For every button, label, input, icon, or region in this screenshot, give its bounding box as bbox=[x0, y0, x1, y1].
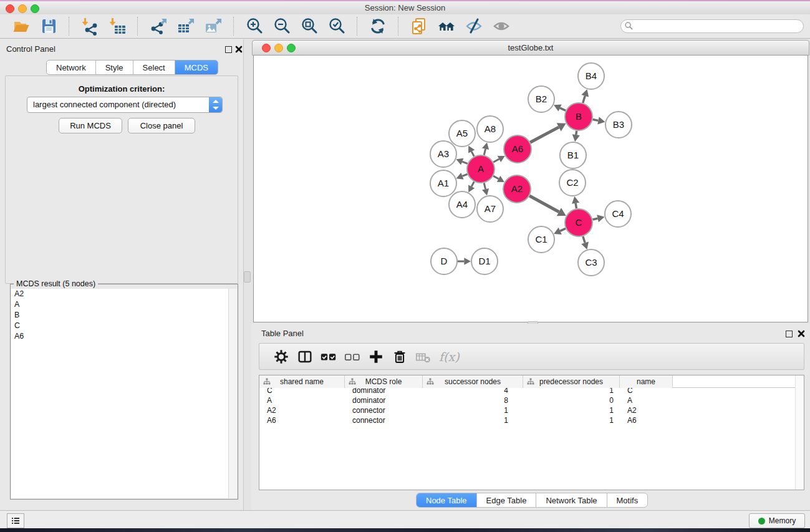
graph-edge-A-A8[interactable] bbox=[484, 149, 485, 155]
graph-node-label: B2 bbox=[536, 94, 547, 104]
table-cell: 1 bbox=[423, 416, 523, 425]
tab-edge-table[interactable]: Edge Table bbox=[477, 493, 537, 507]
graph-edge-A-A1[interactable] bbox=[462, 174, 467, 176]
node-table-scrollbar[interactable] bbox=[795, 375, 804, 490]
table-row[interactable]: Adominator80A bbox=[259, 395, 804, 405]
graph-edge-A-A4[interactable] bbox=[471, 181, 474, 186]
graph-node-label: C4 bbox=[612, 208, 624, 219]
close-table-panel-icon[interactable] bbox=[798, 330, 805, 337]
tab-network[interactable]: Network bbox=[47, 60, 96, 74]
graph-node-label: D bbox=[441, 256, 448, 266]
tab-node-table[interactable]: Node Table bbox=[417, 493, 477, 507]
graph-edge-C-C2[interactable] bbox=[576, 203, 576, 208]
graph-node-label: A3 bbox=[438, 148, 449, 159]
float-table-panel-icon[interactable] bbox=[786, 331, 793, 337]
network-canvas[interactable]: B4B2BB3A8A5A6A3B1AC2A1A2A4A7C4CC1C3DD1 bbox=[253, 55, 808, 322]
select-all-icon[interactable] bbox=[319, 347, 338, 366]
column-header-shared-name[interactable]: shared name bbox=[259, 375, 345, 388]
bird-eye-toggle-icon[interactable] bbox=[463, 16, 485, 36]
main-area: Control Panel NetworkStyleSelectMCDS Opt… bbox=[0, 39, 810, 510]
mcds-result-item[interactable]: A2 bbox=[11, 289, 228, 299]
graph-edge-A-A7[interactable] bbox=[484, 183, 485, 189]
float-panel-icon[interactable] bbox=[225, 46, 232, 53]
table-row[interactable]: A6connector11A6 bbox=[259, 415, 804, 425]
network-window-titlebar[interactable]: testGlobe.txt bbox=[252, 40, 809, 56]
graph-node-label: A6 bbox=[512, 143, 523, 154]
graph-edge-B-B1[interactable] bbox=[576, 131, 577, 135]
tab-motifs[interactable]: Motifs bbox=[607, 493, 648, 507]
run-mcds-button[interactable]: Run MCDS bbox=[59, 118, 122, 133]
column-header-predecessor-nodes[interactable]: predecessor nodes bbox=[523, 375, 620, 388]
zoom-out-icon[interactable] bbox=[271, 16, 292, 36]
graph-edge-A-A5[interactable] bbox=[471, 152, 474, 157]
column-header-label: name bbox=[637, 377, 655, 386]
tab-network-table[interactable]: Network Table bbox=[536, 493, 607, 507]
search-icon bbox=[625, 22, 633, 30]
tab-mcds[interactable]: MCDS bbox=[175, 60, 218, 74]
save-session-icon[interactable] bbox=[38, 16, 59, 36]
mcds-result-scrollbar[interactable] bbox=[228, 289, 237, 498]
toolbar-separator bbox=[398, 17, 399, 36]
zoom-in-icon[interactable] bbox=[244, 16, 265, 36]
graph-edge-C-C1[interactable] bbox=[560, 228, 566, 231]
table-panel: Table Panel bbox=[251, 324, 810, 510]
mcds-result-item[interactable]: B bbox=[11, 310, 228, 321]
table-cell: A bbox=[259, 396, 345, 405]
function-builder-icon: f(x) bbox=[439, 350, 460, 364]
optimization-criterion-select[interactable]: largest connected component (directed) bbox=[27, 97, 223, 113]
graph-edge-B-B3[interactable] bbox=[593, 120, 599, 121]
graph-node-label: D1 bbox=[478, 256, 490, 266]
column-header-MCDS-role[interactable]: MCDS role bbox=[345, 375, 423, 388]
graphics-details-icon[interactable] bbox=[491, 16, 512, 36]
attribute-tree-icon bbox=[263, 378, 271, 385]
deselect-all-icon[interactable] bbox=[343, 347, 362, 366]
export-network-icon[interactable] bbox=[148, 16, 169, 36]
apply-layout-icon[interactable] bbox=[367, 16, 388, 36]
zoom-fit-icon[interactable] bbox=[299, 16, 320, 36]
open-session-icon[interactable] bbox=[11, 16, 32, 36]
table-row[interactable]: A2connector11A2 bbox=[259, 405, 804, 415]
memory-button[interactable]: Memory bbox=[749, 513, 805, 528]
export-table-icon[interactable] bbox=[175, 16, 196, 36]
clone-network-icon[interactable] bbox=[408, 16, 430, 36]
mcds-result-item[interactable]: A bbox=[11, 299, 228, 310]
network-title: testGlobe.txt bbox=[253, 43, 809, 52]
tab-style[interactable]: Style bbox=[96, 60, 133, 74]
graph-edge-A2-C[interactable] bbox=[529, 196, 559, 212]
export-image-icon[interactable] bbox=[203, 16, 224, 36]
task-history-button[interactable] bbox=[7, 513, 24, 528]
network-view-window: testGlobe.txt B4B2BB3A8A5A6A3B1AC2A1A2A4… bbox=[251, 39, 810, 324]
search-input[interactable] bbox=[620, 19, 804, 33]
column-header-name[interactable]: name bbox=[620, 375, 673, 388]
import-network-icon[interactable] bbox=[79, 16, 100, 36]
table-cell: 1 bbox=[423, 406, 523, 415]
zoom-selected-icon[interactable] bbox=[326, 16, 347, 36]
panel-divider-handle[interactable] bbox=[244, 271, 251, 283]
graph-edge-C-C3[interactable] bbox=[583, 236, 585, 243]
graph-edge-A-A2[interactable] bbox=[493, 176, 498, 179]
table-cell: 1 bbox=[523, 406, 620, 415]
tab-select[interactable]: Select bbox=[133, 60, 175, 74]
mcds-result-list[interactable]: A2ABCA6 bbox=[11, 289, 228, 498]
split-view-icon[interactable] bbox=[296, 347, 314, 366]
graph-edge-B-B4[interactable] bbox=[583, 96, 585, 103]
delete-column-icon[interactable] bbox=[390, 347, 409, 366]
status-bar: Memory bbox=[0, 510, 810, 528]
column-header-label: successor nodes bbox=[445, 377, 501, 386]
graph-edge-B-B2[interactable] bbox=[560, 108, 566, 110]
graph-edge-C-C4[interactable] bbox=[592, 218, 597, 220]
reset-view-icon[interactable] bbox=[436, 16, 457, 36]
session-title: Session: New Session bbox=[0, 3, 810, 12]
table-settings-icon[interactable] bbox=[272, 347, 291, 366]
graph-edge-A-A3[interactable] bbox=[462, 162, 467, 163]
graph-edge-A-A6[interactable] bbox=[493, 159, 499, 162]
attribute-tree-icon bbox=[527, 378, 534, 385]
column-header-successor-nodes[interactable]: successor nodes bbox=[423, 375, 523, 388]
mcds-result-item[interactable]: A6 bbox=[11, 331, 228, 342]
close-panel-button[interactable]: Close panel bbox=[128, 118, 195, 133]
graph-edge-A6-B[interactable] bbox=[530, 127, 559, 142]
add-column-icon[interactable] bbox=[367, 347, 385, 366]
mcds-result-item[interactable]: C bbox=[11, 321, 228, 331]
import-table-icon[interactable] bbox=[107, 16, 128, 36]
close-panel-icon[interactable] bbox=[235, 46, 243, 53]
